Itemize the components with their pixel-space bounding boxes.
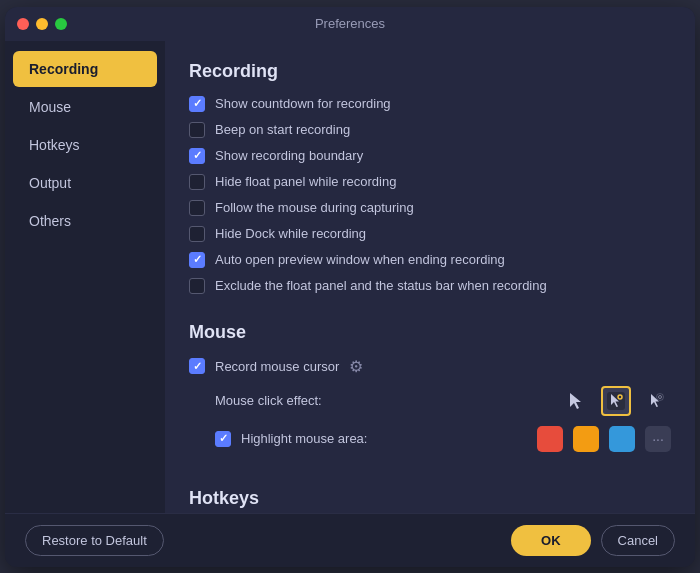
close-button[interactable]	[17, 18, 29, 30]
recording-section-title: Recording	[189, 61, 671, 82]
sidebar: Recording Mouse Hotkeys Output Others	[5, 41, 165, 513]
checkbox-auto-open-preview-label: Auto open preview window when ending rec…	[215, 252, 505, 267]
checkbox-hide-float-panel-input[interactable]	[189, 174, 205, 190]
checkbox-show-countdown-input[interactable]	[189, 96, 205, 112]
color-yellow[interactable]	[573, 426, 599, 452]
hotkeys-section-title: Hotkeys	[189, 488, 671, 509]
highlight-mouse-area-label: Highlight mouse area:	[241, 431, 367, 446]
sidebar-item-others[interactable]: Others	[13, 203, 157, 239]
checkbox-follow-mouse-label: Follow the mouse during capturing	[215, 200, 414, 215]
traffic-lights	[17, 18, 67, 30]
checkbox-auto-open-preview: Auto open preview window when ending rec…	[189, 252, 671, 268]
sidebar-item-recording[interactable]: Recording	[13, 51, 157, 87]
checkbox-exclude-float: Exclude the float panel and the status b…	[189, 278, 671, 294]
checkbox-follow-mouse-input[interactable]	[189, 200, 205, 216]
mouse-click-effect-label: Mouse click effect:	[215, 393, 322, 408]
checkbox-show-boundary: Show recording boundary	[189, 148, 671, 164]
checkbox-auto-open-preview-input[interactable]	[189, 252, 205, 268]
checkbox-beep-on-start: Beep on start recording	[189, 122, 671, 138]
preferences-window: Preferences Recording Mouse Hotkeys Outp…	[5, 7, 695, 567]
color-blue[interactable]	[609, 426, 635, 452]
maximize-button[interactable]	[55, 18, 67, 30]
checkbox-hide-dock-input[interactable]	[189, 226, 205, 242]
checkbox-show-boundary-input[interactable]	[189, 148, 205, 164]
checkbox-show-boundary-label: Show recording boundary	[215, 148, 363, 163]
checkbox-show-countdown-label: Show countdown for recording	[215, 96, 391, 111]
svg-point-2	[659, 395, 662, 398]
mouse-section-title: Mouse	[189, 322, 671, 343]
checkbox-beep-on-start-label: Beep on start recording	[215, 122, 350, 137]
restore-default-button[interactable]: Restore to Default	[25, 525, 164, 556]
svg-point-3	[657, 393, 664, 400]
cancel-button[interactable]: Cancel	[601, 525, 675, 556]
checkbox-exclude-float-input[interactable]	[189, 278, 205, 294]
footer-right-buttons: OK Cancel	[511, 525, 675, 556]
checkbox-hide-dock: Hide Dock while recording	[189, 226, 671, 242]
highlight-mouse-area-checkbox[interactable]	[215, 431, 231, 447]
record-mouse-cursor-row: Record mouse cursor ⚙	[189, 357, 671, 376]
content-area: Recording Mouse Hotkeys Output Others Re…	[5, 41, 695, 513]
window-title: Preferences	[315, 16, 385, 31]
click-effect-plain[interactable]	[561, 386, 591, 416]
checkbox-hide-dock-label: Hide Dock while recording	[215, 226, 366, 241]
checkbox-hide-float-panel: Hide float panel while recording	[189, 174, 671, 190]
ok-button[interactable]: OK	[511, 525, 591, 556]
checkbox-beep-on-start-input[interactable]	[189, 122, 205, 138]
hotkeys-section: Hotkeys i You can select hotkeys, then e…	[189, 488, 671, 513]
gear-icon[interactable]: ⚙	[349, 357, 363, 376]
checkbox-exclude-float-label: Exclude the float panel and the status b…	[215, 278, 547, 293]
titlebar: Preferences	[5, 7, 695, 41]
checkbox-follow-mouse: Follow the mouse during capturing	[189, 200, 671, 216]
minimize-button[interactable]	[36, 18, 48, 30]
footer: Restore to Default OK Cancel	[5, 513, 695, 567]
click-effect-click[interactable]	[601, 386, 631, 416]
color-red[interactable]	[537, 426, 563, 452]
sidebar-item-output[interactable]: Output	[13, 165, 157, 201]
highlight-mouse-area-row: Highlight mouse area: ···	[215, 426, 671, 452]
main-content: Recording Show countdown for recording B…	[165, 41, 695, 513]
record-mouse-cursor-label: Record mouse cursor	[215, 359, 339, 374]
mouse-click-effect-row: Mouse click effect:	[215, 386, 671, 416]
sidebar-item-mouse[interactable]: Mouse	[13, 89, 157, 125]
sidebar-item-hotkeys[interactable]: Hotkeys	[13, 127, 157, 163]
checkbox-show-countdown: Show countdown for recording	[189, 96, 671, 112]
record-mouse-cursor-checkbox[interactable]	[189, 358, 205, 374]
more-colors-button[interactable]: ···	[645, 426, 671, 452]
checkbox-hide-float-panel-label: Hide float panel while recording	[215, 174, 396, 189]
click-effect-ripple[interactable]	[641, 386, 671, 416]
